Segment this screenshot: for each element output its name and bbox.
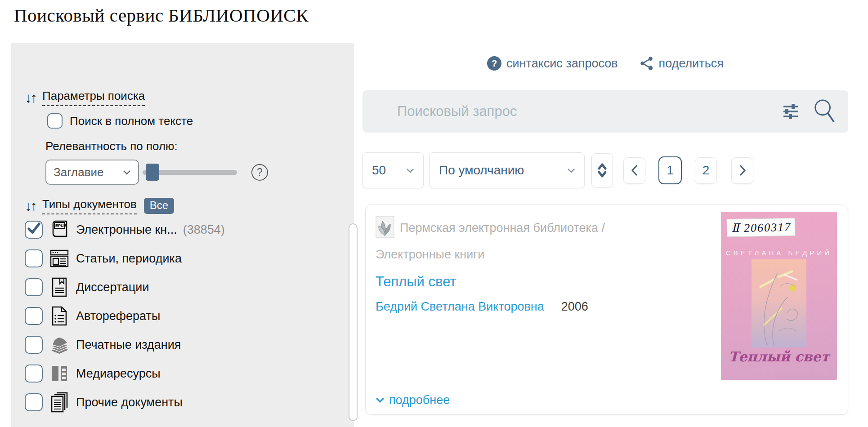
cover-illustration	[752, 259, 806, 347]
sort-order-select[interactable]: По умолчанию	[430, 152, 585, 188]
sort-arrows-icon[interactable]: ↓↑	[25, 91, 36, 105]
next-page-button[interactable]	[731, 157, 753, 184]
collection-breadcrumb: Пермская электронная библиотека / Электр…	[376, 216, 630, 265]
field-select[interactable]: Заглавие	[45, 160, 139, 185]
cover-title-text: Теплый свет	[721, 349, 837, 365]
chevron-down-icon	[376, 397, 385, 403]
page-button-1[interactable]: 1	[658, 156, 682, 184]
share-icon	[640, 56, 654, 71]
prev-page-button[interactable]	[623, 157, 645, 184]
details-expand-link[interactable]: подробнее	[376, 393, 450, 407]
sort-direction-toggle[interactable]	[591, 153, 613, 187]
result-year: 2006	[561, 300, 588, 314]
fulltext-label: Поиск в полном тексте	[70, 114, 193, 128]
doc-type-checkbox[interactable]	[25, 221, 43, 239]
svg-text:EPUB: EPUB	[55, 223, 67, 228]
media-resources-icon	[49, 362, 70, 385]
doc-type-row: Авторефераты	[25, 302, 354, 330]
library-stamp: Ⅱ 2060317	[727, 218, 796, 237]
select-all-badge[interactable]: Все	[144, 198, 174, 214]
sort-direction-icon	[595, 162, 609, 178]
share-label: поделиться	[659, 57, 724, 71]
page-title: Поисковый сервис БИБЛИОПОИСК	[14, 4, 309, 26]
doc-type-row: Диссертации	[25, 273, 354, 302]
chevron-left-icon	[631, 165, 638, 176]
share-link[interactable]: поделиться	[640, 56, 724, 71]
sort-arrows-icon[interactable]: ↓↑	[25, 199, 36, 213]
dissertation-icon	[49, 276, 70, 298]
chevron-down-icon	[123, 170, 131, 175]
page-button-2[interactable]: 2	[695, 157, 717, 184]
chevron-down-icon	[406, 168, 414, 173]
question-circle-icon: ?	[487, 56, 501, 71]
page-size-value: 50	[372, 163, 386, 178]
page-size-select[interactable]: 50	[362, 152, 424, 188]
query-syntax-link[interactable]: ? синтаксис запросов	[487, 56, 617, 71]
other-documents-icon	[49, 391, 70, 414]
field-select-value: Заглавие	[54, 165, 104, 179]
epub-book-icon: EPUB	[49, 218, 70, 241]
sort-order-value: По умолчанию	[439, 163, 524, 178]
printed-editions-icon	[49, 334, 70, 356]
search-params-header: ↓↑ Параметры поиска	[25, 89, 354, 106]
library-logo-icon	[376, 216, 394, 245]
search-params-toggle[interactable]: Параметры поиска	[42, 89, 145, 106]
query-syntax-label: синтаксис запросов	[506, 57, 617, 71]
chevron-right-icon	[739, 165, 746, 176]
filters-sidebar: ↓↑ Параметры поиска Поиск в полном текст…	[11, 43, 354, 427]
doc-type-checkbox[interactable]	[25, 307, 43, 325]
doc-type-checkbox[interactable]	[25, 278, 43, 296]
doc-type-row: EPUB Электронные кн... (38854)	[25, 215, 354, 244]
search-bar	[362, 90, 848, 133]
doc-type-row: Статьи, периодика	[25, 244, 354, 273]
advanced-filters-icon[interactable]	[781, 102, 801, 121]
result-title-link[interactable]: Теплый свет	[376, 274, 456, 290]
newspaper-icon	[49, 247, 70, 270]
relevance-slider-handle[interactable]	[146, 164, 159, 181]
abstract-document-icon	[49, 305, 70, 327]
results-controls: 50 По умолчанию 12	[362, 152, 848, 188]
doc-type-checkbox[interactable]	[25, 393, 43, 411]
doc-type-checkbox[interactable]	[25, 249, 43, 267]
sidebar-scrollbar-thumb[interactable]	[349, 223, 358, 421]
doc-type-row: Печатные издания	[25, 330, 354, 359]
breadcrumb-text[interactable]: Пермская электронная библиотека / Электр…	[376, 221, 605, 261]
help-icon[interactable]: ?	[251, 164, 268, 181]
search-input[interactable]	[374, 103, 781, 120]
doc-types-toggle[interactable]: Типы документов	[42, 197, 137, 214]
doc-type-checkbox[interactable]	[25, 336, 43, 354]
doc-types-header: ↓↑ Типы документов Все	[25, 197, 354, 214]
search-icon[interactable]	[812, 98, 837, 125]
relevance-slider[interactable]	[143, 164, 237, 181]
cover-author-text: СВЕТЛАНА БЕДРИЙ	[721, 249, 837, 257]
relevance-label: Релевантность по полю:	[45, 139, 354, 153]
chevron-down-icon	[567, 168, 575, 173]
book-cover[interactable]: Ⅱ 2060317 СВЕТЛАНА БЕДРИЙ Теплый свет	[721, 212, 837, 380]
checkmark-icon	[27, 221, 41, 236]
fulltext-checkbox[interactable]	[47, 113, 63, 129]
result-author-link[interactable]: Бедрий Светлана Викторовна	[376, 300, 544, 314]
result-card: Пермская электронная библиотека / Электр…	[365, 205, 848, 415]
doc-type-row: Медиаресурсы	[25, 359, 354, 388]
doc-type-row: Прочие документы	[25, 388, 354, 417]
pagination-pages: 12	[645, 156, 717, 184]
doc-type-checkbox[interactable]	[25, 365, 43, 383]
details-expand-label: подробнее	[389, 393, 450, 407]
doc-type-list: EPUB Электронные кн... (38854) Статьи, п…	[25, 215, 354, 417]
